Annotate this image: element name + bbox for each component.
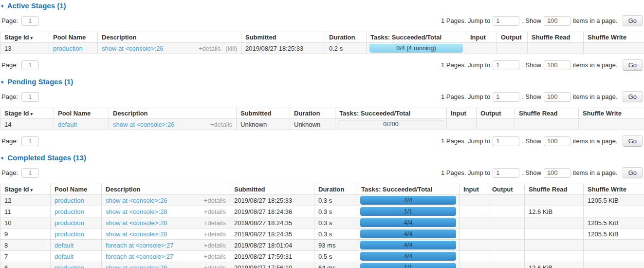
items-per-page-input[interactable] bbox=[544, 60, 570, 70]
description-cell: show at <console>:26+details bbox=[109, 119, 237, 130]
details-toggle[interactable]: +details bbox=[204, 219, 226, 227]
page-label: Page: bbox=[1, 169, 18, 176]
description-cell: show at <console>:28+details bbox=[102, 229, 230, 240]
column-header-shuffle-read[interactable]: Shuffle Read bbox=[515, 108, 579, 119]
page-number-input[interactable] bbox=[21, 136, 39, 146]
details-toggle[interactable]: +details bbox=[210, 121, 232, 128]
column-header-description[interactable]: Description bbox=[102, 184, 230, 195]
jump-to-page-input[interactable] bbox=[493, 136, 519, 146]
pagination-bar: Page: 1 Pages. Jump to . Show items in a… bbox=[1, 15, 643, 26]
input-cell bbox=[460, 240, 488, 251]
pool-name-link[interactable]: production bbox=[55, 264, 84, 268]
items-per-page-input[interactable] bbox=[544, 92, 570, 102]
column-header-stage-id[interactable]: Stage Id▾ bbox=[0, 32, 49, 43]
items-per-page-input[interactable] bbox=[544, 16, 570, 26]
column-header-shuffle-read[interactable]: Shuffle Read bbox=[525, 184, 584, 195]
pool-name-link[interactable]: production bbox=[55, 219, 84, 227]
active-stages-heading[interactable]: ▾ Active Stages (1) bbox=[1, 0, 644, 10]
column-header-shuffle-read[interactable]: Shuffle Read bbox=[528, 32, 584, 43]
go-button[interactable]: Go bbox=[623, 167, 643, 178]
stage-id-cell: 7 bbox=[0, 251, 51, 262]
page-number-input[interactable] bbox=[21, 16, 39, 26]
kill-link[interactable]: (kill) bbox=[225, 45, 237, 52]
pool-name-link[interactable]: production bbox=[55, 230, 84, 238]
details-toggle[interactable]: +details bbox=[199, 45, 221, 52]
tasks-progress-bar: 4/4 bbox=[360, 218, 456, 227]
page-number-input[interactable] bbox=[21, 168, 39, 178]
description-link[interactable]: show at <console>:28 bbox=[106, 264, 167, 268]
details-toggle[interactable]: +details bbox=[204, 253, 226, 260]
go-button[interactable]: Go bbox=[623, 15, 643, 26]
pool-name-link[interactable]: production bbox=[55, 197, 84, 204]
column-header-description[interactable]: Description bbox=[109, 108, 237, 119]
column-header-stage-id[interactable]: Stage Id▾ bbox=[0, 108, 54, 119]
column-header-shuffle-write[interactable]: Shuffle Write bbox=[579, 108, 644, 119]
page-number-input[interactable] bbox=[21, 92, 39, 102]
column-header-stage-id[interactable]: Stage Id▾ bbox=[0, 184, 51, 195]
description-link[interactable]: show at <console>:26 bbox=[102, 45, 163, 52]
details-toggle[interactable]: +details bbox=[204, 197, 226, 204]
go-button[interactable]: Go bbox=[623, 135, 643, 147]
pool-name-link[interactable]: default bbox=[55, 242, 74, 249]
column-header-pool-name[interactable]: Pool Name bbox=[49, 32, 98, 43]
pages-count-text: 1 Pages. Jump to bbox=[441, 93, 490, 100]
description-link[interactable]: show at <console>:28 bbox=[106, 219, 167, 227]
column-header-description[interactable]: Description bbox=[98, 32, 241, 43]
column-header-submitted[interactable]: Submitted bbox=[237, 108, 290, 119]
go-button[interactable]: Go bbox=[623, 59, 643, 71]
column-header-output[interactable]: Output bbox=[488, 184, 525, 195]
column-header-pool-name[interactable]: Pool Name bbox=[51, 184, 102, 195]
description-link[interactable]: show at <console>:28 bbox=[106, 208, 167, 215]
pool-name-link[interactable]: default bbox=[55, 253, 74, 260]
output-cell bbox=[488, 240, 525, 251]
column-header-duration[interactable]: Duration bbox=[290, 108, 335, 119]
column-header-output[interactable]: Output bbox=[497, 32, 528, 43]
description-link[interactable]: show at <console>:26 bbox=[113, 121, 174, 128]
description-link[interactable]: foreach at <console>:27 bbox=[106, 242, 174, 249]
description-link[interactable]: show at <console>:26 bbox=[106, 197, 167, 204]
go-button[interactable]: Go bbox=[623, 91, 643, 102]
items-per-page-input[interactable] bbox=[544, 136, 570, 146]
details-toggle[interactable]: +details bbox=[204, 230, 226, 238]
column-header-duration[interactable]: Duration bbox=[314, 184, 357, 195]
column-header-submitted[interactable]: Submitted bbox=[241, 32, 325, 43]
column-header-tasks-succeeded-total[interactable]: Tasks: Succeeded/Total bbox=[335, 108, 447, 119]
completed-stages-heading[interactable]: ▾ Completed Stages (13) bbox=[1, 152, 644, 162]
jump-to-page-input[interactable] bbox=[493, 16, 519, 26]
jump-to-page-input[interactable] bbox=[493, 92, 519, 102]
description-link[interactable]: foreach at <console>:27 bbox=[106, 253, 174, 260]
stage-id-cell: 13 bbox=[0, 43, 49, 54]
column-header-tasks-succeeded-total[interactable]: Tasks: Succeeded/Total bbox=[367, 32, 466, 43]
column-header-shuffle-write[interactable]: Shuffle Write bbox=[584, 32, 644, 43]
column-header-shuffle-write[interactable]: Shuffle Write bbox=[584, 184, 644, 195]
column-header-tasks-succeeded-total[interactable]: Tasks: Succeeded/Total bbox=[357, 184, 460, 195]
column-header-input[interactable]: Input bbox=[447, 108, 477, 119]
column-header-pool-name[interactable]: Pool Name bbox=[54, 108, 109, 119]
description-cell: show at <console>:26+details bbox=[102, 195, 230, 206]
show-label: . Show bbox=[522, 17, 541, 24]
pool-name-link[interactable]: production bbox=[55, 208, 84, 215]
show-label: . Show bbox=[522, 169, 541, 176]
page-number-input[interactable] bbox=[21, 60, 39, 70]
column-header-duration[interactable]: Duration bbox=[325, 32, 367, 43]
submitted-cell: 2019/08/27 17:59:31 bbox=[230, 251, 314, 262]
input-cell bbox=[460, 217, 488, 229]
description-link[interactable]: show at <console>:28 bbox=[106, 230, 167, 238]
column-header-input[interactable]: Input bbox=[460, 184, 488, 195]
column-header-submitted[interactable]: Submitted bbox=[230, 184, 314, 195]
progress-label: 1/1 bbox=[360, 263, 456, 268]
jump-to-page-input[interactable] bbox=[493, 168, 519, 178]
details-toggle[interactable]: +details bbox=[204, 264, 226, 268]
items-per-page-input[interactable] bbox=[544, 168, 570, 178]
pool-name-link[interactable]: default bbox=[58, 121, 77, 128]
details-toggle[interactable]: +details bbox=[204, 242, 226, 249]
shuffle-write-cell bbox=[584, 206, 644, 217]
column-header-input[interactable]: Input bbox=[466, 32, 497, 43]
duration-cell: 0.5 s bbox=[314, 251, 357, 262]
pending-stages-heading[interactable]: ▾ Pending Stages (1) bbox=[1, 76, 644, 86]
column-header-output[interactable]: Output bbox=[477, 108, 515, 119]
jump-to-page-input[interactable] bbox=[493, 60, 519, 70]
details-toggle[interactable]: +details bbox=[204, 208, 226, 215]
pool-name-link[interactable]: production bbox=[53, 45, 83, 52]
description-actions: +details(kill) bbox=[194, 45, 237, 52]
